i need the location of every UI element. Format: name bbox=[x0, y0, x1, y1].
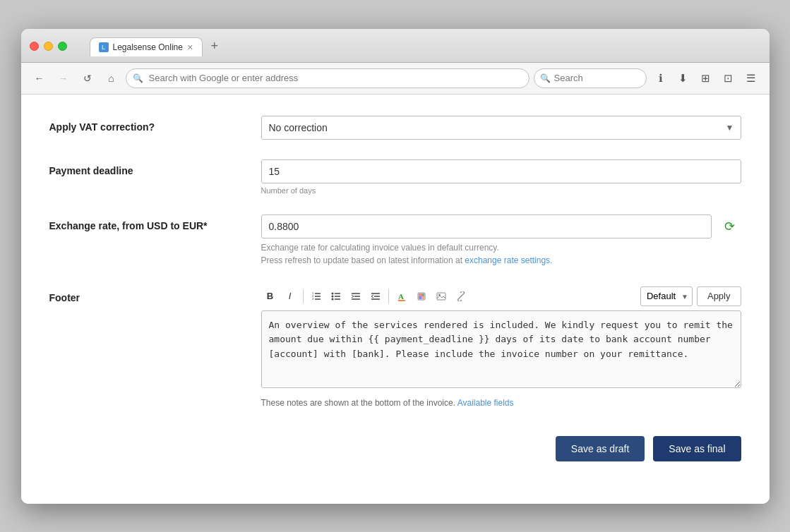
tab-close-btn[interactable]: × bbox=[187, 42, 193, 52]
outdent-button[interactable] bbox=[366, 288, 385, 305]
background-color-button[interactable] bbox=[412, 288, 431, 305]
minimize-button[interactable] bbox=[44, 42, 53, 51]
svg-point-9 bbox=[331, 292, 333, 294]
payment-field: Number of days bbox=[261, 159, 741, 195]
svg-point-11 bbox=[331, 298, 333, 300]
active-tab[interactable]: L Legalsense Online × bbox=[90, 37, 203, 56]
new-tab-button[interactable]: + bbox=[205, 36, 225, 56]
image-button[interactable] bbox=[432, 288, 450, 305]
exchange-input-wrapper bbox=[261, 214, 712, 238]
back-button[interactable]: ← bbox=[30, 68, 49, 88]
exchange-note: Exchange rate for calculating invoice va… bbox=[261, 241, 741, 267]
save-final-button[interactable]: Save as final bbox=[653, 436, 741, 461]
vat-field: No correctionApply correction ▼ bbox=[261, 116, 741, 140]
exchange-hint1: Exchange rate for calculating invoice va… bbox=[261, 243, 499, 253]
vat-label: Apply VAT correction? bbox=[49, 116, 261, 133]
reader-button[interactable]: ⊡ bbox=[719, 68, 738, 88]
unordered-list-button[interactable] bbox=[327, 288, 345, 305]
svg-rect-22 bbox=[421, 294, 424, 296]
search-input[interactable] bbox=[534, 68, 647, 88]
search-bar-wrapper: 🔍 bbox=[534, 68, 647, 88]
title-bar: L Legalsense Online × + bbox=[21, 29, 770, 63]
tab-bar: L Legalsense Online × + bbox=[90, 36, 225, 56]
exchange-settings-link[interactable]: exchange rate settings bbox=[465, 255, 550, 265]
svg-line-27 bbox=[460, 295, 462, 298]
default-select[interactable]: Default bbox=[640, 286, 693, 306]
bookmarks-button[interactable]: ⊞ bbox=[696, 68, 716, 88]
footer-editor[interactable]: An overview of the services rendered is … bbox=[261, 310, 741, 388]
exchange-field: ⟳ Exchange rate for calculating invoice … bbox=[261, 214, 741, 267]
svg-rect-25 bbox=[437, 293, 445, 300]
tab-favicon: L bbox=[99, 42, 109, 52]
address-bar-wrapper: 🔍 bbox=[126, 68, 529, 88]
menu-button[interactable]: ☰ bbox=[741, 68, 761, 88]
ordered-list-button[interactable]: 123 bbox=[307, 288, 325, 305]
toolbar-separator-1 bbox=[303, 289, 304, 303]
indent-button[interactable] bbox=[347, 288, 365, 305]
exchange-refresh-button[interactable]: ⟳ bbox=[719, 214, 741, 238]
page-content: Apply VAT correction? No correctionApply… bbox=[21, 95, 770, 504]
bold-button[interactable]: B bbox=[261, 288, 280, 305]
payment-hint: Number of days bbox=[261, 186, 741, 195]
payment-input[interactable] bbox=[261, 159, 741, 183]
nav-bar: ← → ↺ ⌂ 🔍 🔍 ℹ ⬇ ⊞ ⊡ ☰ bbox=[21, 63, 770, 95]
exchange-input-row: ⟳ bbox=[261, 214, 741, 238]
forward-button[interactable]: → bbox=[54, 68, 73, 88]
close-button[interactable] bbox=[30, 42, 39, 51]
svg-rect-19 bbox=[398, 300, 405, 301]
svg-rect-23 bbox=[419, 296, 421, 299]
text-color-button[interactable]: A bbox=[393, 288, 411, 305]
apply-button[interactable]: Apply bbox=[697, 286, 741, 306]
download-button[interactable]: ⬇ bbox=[674, 68, 693, 88]
footer-row: Footer B I 123 bbox=[49, 286, 741, 408]
footer-toolbar-right: Default ▼ Apply bbox=[640, 286, 741, 306]
footer-field: B I 123 bbox=[261, 286, 741, 408]
exchange-hint2: Press refresh to update based on latest … bbox=[261, 255, 463, 265]
traffic-lights bbox=[30, 42, 67, 51]
available-fields-link[interactable]: Available fields bbox=[457, 398, 514, 408]
footer-note: These notes are shown at the bottom of t… bbox=[261, 398, 741, 408]
default-select-wrapper: Default ▼ bbox=[640, 286, 693, 306]
tab-title: Legalsense Online bbox=[113, 42, 183, 52]
svg-rect-21 bbox=[419, 294, 421, 296]
maximize-button[interactable] bbox=[58, 42, 67, 51]
payment-label: Payment deadline bbox=[49, 159, 261, 176]
info-button[interactable]: ℹ bbox=[651, 68, 671, 88]
nav-icons: ℹ ⬇ ⊞ ⊡ ☰ bbox=[651, 68, 761, 88]
footer-toolbar: B I 123 bbox=[261, 286, 741, 306]
address-input[interactable] bbox=[126, 68, 529, 88]
svg-point-10 bbox=[331, 295, 333, 297]
vat-correction-row: Apply VAT correction? No correctionApply… bbox=[49, 116, 741, 140]
payment-deadline-row: Payment deadline Number of days bbox=[49, 159, 741, 195]
svg-text:A: A bbox=[398, 292, 404, 301]
save-draft-button[interactable]: Save as draft bbox=[556, 436, 645, 461]
reload-button[interactable]: ↺ bbox=[78, 68, 97, 88]
footer-note-text: These notes are shown at the bottom of t… bbox=[261, 398, 456, 408]
svg-text:3: 3 bbox=[312, 297, 314, 301]
link-button[interactable] bbox=[452, 288, 470, 305]
svg-rect-24 bbox=[421, 296, 424, 299]
exchange-link-suffix: . bbox=[550, 255, 552, 265]
footer-label: Footer bbox=[49, 286, 261, 303]
action-bar: Save as draft Save as final bbox=[49, 436, 741, 461]
browser-window: L Legalsense Online × + ← → ↺ ⌂ 🔍 🔍 ℹ ⬇ … bbox=[21, 29, 770, 504]
exchange-label: Exchange rate, from USD to EUR* bbox=[49, 214, 261, 231]
exchange-rate-row: Exchange rate, from USD to EUR* ⟳ Exchan… bbox=[49, 214, 741, 267]
vat-select-wrapper: No correctionApply correction ▼ bbox=[261, 116, 741, 140]
home-button[interactable]: ⌂ bbox=[102, 68, 121, 88]
italic-button[interactable]: I bbox=[281, 288, 299, 305]
toolbar-separator-2 bbox=[388, 289, 389, 303]
vat-select[interactable]: No correctionApply correction bbox=[261, 116, 741, 140]
exchange-input[interactable] bbox=[261, 214, 712, 238]
